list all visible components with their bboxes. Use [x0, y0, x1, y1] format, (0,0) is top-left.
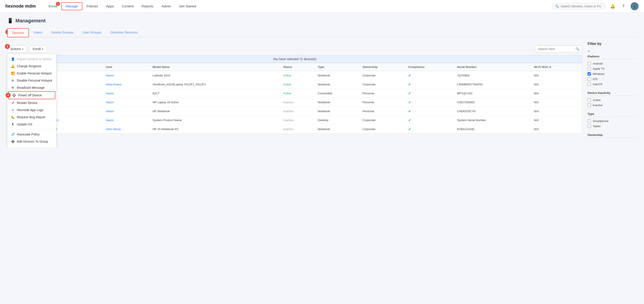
dropdown-power-off[interactable]: 4 ⏻ Power off Device [8, 91, 55, 99]
filter-item[interactable]: Tablet [588, 124, 637, 129]
tab-user-groups[interactable]: User Groups [78, 28, 106, 37]
row-type: Notebook [315, 98, 360, 107]
filter-checkbox[interactable] [588, 104, 591, 107]
filter-item[interactable]: Android [588, 61, 637, 66]
search-box[interactable]: 🔍 [535, 46, 582, 52]
filter-item[interactable]: Inactive [588, 103, 637, 108]
row-type: Convertible [315, 89, 360, 98]
nav-item-admin[interactable]: Admin [158, 0, 175, 12]
dropdown-request-bug-report[interactable]: 🐛 Request Bug Report [8, 114, 56, 121]
row-user[interactable]: Alma Evans [103, 80, 150, 89]
tab-devices[interactable]: Devices [7, 28, 29, 37]
filter-checkbox[interactable] [588, 62, 591, 65]
col-status[interactable]: Status [280, 63, 315, 71]
row-status: Inactive [280, 116, 315, 125]
nav-search-box[interactable]: 🔍 [552, 3, 606, 10]
filter-section-title: Ownership [588, 133, 637, 138]
nav-items: Enroll 1 Manage Policies Apps Content Re… [45, 0, 200, 12]
row-serial: 5CB4110JH0 [454, 125, 531, 134]
content-area: 3 Actions ▾ 👤 Import contacts to device … [7, 42, 637, 142]
row-user[interactable]: Aaron [103, 116, 150, 125]
nav-item-manage[interactable]: Manage [61, 2, 82, 10]
notification-icon[interactable]: 🔔 [609, 3, 616, 10]
search-input[interactable] [538, 47, 574, 51]
row-status: Active [280, 71, 315, 80]
dropdown-add-devices-to-group[interactable]: ➕ Add Devices To Group [8, 138, 56, 145]
filter-section: Device Inactivity Active Inactive [588, 91, 637, 108]
row-type: Notebook [315, 107, 360, 116]
nav-item-enroll[interactable]: Enroll 1 [45, 0, 61, 12]
filter-edit-icon[interactable]: ✏ [588, 49, 637, 53]
dropdown-update-os[interactable]: ⬆ Update OS [8, 121, 56, 128]
dropdown-disable-hotspot[interactable]: ⊘ Disable Personal Hotspot [8, 77, 56, 84]
col-wifi[interactable]: Wi-Fi MAC A [531, 63, 582, 71]
filter-item[interactable]: macOS [588, 82, 637, 87]
actions-bar: 3 Actions ▾ 👤 Import contacts to device … [7, 45, 582, 52]
enroll-button[interactable]: Enroll ▾ [29, 45, 46, 52]
nav-item-apps[interactable]: Apps [102, 0, 118, 12]
dropdown-broadcast-message[interactable]: ✉ Broadcast Message [8, 84, 56, 91]
row-ownership: Corporate [360, 125, 406, 134]
row-ownership: Personal [360, 107, 406, 116]
row-user[interactable]: Aaron [103, 98, 150, 107]
main-content: 📱 Management 2 Devices Users Device Grou… [0, 12, 644, 148]
col-serial[interactable]: Serial Number [454, 63, 531, 71]
col-model-name[interactable]: Model Name [150, 63, 280, 71]
nav-item-policies[interactable]: Policies [82, 0, 102, 12]
row-model: 81CT [150, 89, 280, 98]
row-user[interactable]: Aaron [103, 71, 150, 80]
dropdown-enable-hotspot[interactable]: 📶 Enable Personal Hotspot [8, 70, 56, 77]
filter-item[interactable]: Apple TV [588, 66, 637, 71]
compliance-check-icon: ✔ [408, 118, 411, 122]
tab-directory-services[interactable]: Directory Services [106, 28, 142, 37]
dropdown-hexnode-app-logs[interactable]: ≡ Hexnode App Logs [8, 106, 56, 114]
step-badge-3: 3 [5, 44, 10, 49]
row-wifi: N/A [531, 80, 582, 89]
step-badge-4: 4 [6, 93, 10, 98]
col-type[interactable]: Type [315, 63, 360, 71]
filter-item[interactable]: Smartphone [588, 119, 637, 124]
filter-checkbox[interactable] [588, 98, 591, 102]
row-user[interactable]: Aaron [103, 107, 150, 116]
tab-device-groups[interactable]: Device Groups [47, 28, 78, 37]
filter-checkbox[interactable] [588, 77, 591, 81]
broadcast-message-icon: ✉ [11, 86, 14, 89]
actions-button[interactable]: Actions ▾ [7, 45, 27, 52]
row-ownership: Corporate [360, 71, 406, 80]
tab-users[interactable]: Users [29, 28, 46, 37]
nav-item-reports[interactable]: Reports [138, 0, 158, 12]
col-user[interactable]: User [103, 63, 150, 71]
filter-item[interactable]: iOS [588, 76, 637, 82]
row-serial: L5N0B600778420G [454, 80, 531, 89]
row-wifi: N/A [531, 89, 582, 98]
nav-search-input[interactable] [561, 4, 601, 8]
nav-item-content[interactable]: Content [118, 0, 138, 12]
table-row: Aaron HP Notebook Inactive Notebook Pers… [8, 107, 582, 116]
row-compliance: ✔ [406, 107, 454, 116]
row-user[interactable]: John Henry [103, 125, 150, 134]
col-compliance[interactable]: Compliance [406, 63, 454, 71]
row-wifi: N/A [531, 116, 582, 125]
table-row: Aaron Latitude 3410 Active Notebook Corp… [8, 71, 582, 80]
filter-item[interactable]: Active [588, 97, 637, 103]
nav-item-get-started[interactable]: Get Started [175, 0, 200, 12]
page-title: 📱 Management [7, 18, 637, 24]
dropdown-associate-policy[interactable]: 🔗 Associate Policy [8, 131, 56, 138]
filter-item[interactable]: Windows [588, 71, 637, 76]
enable-hotspot-icon: 📶 [11, 72, 14, 75]
filter-checkbox[interactable] [588, 67, 591, 70]
row-user[interactable]: Aaron [103, 89, 150, 98]
dropdown-import-contacts: 👤 Import contacts to device [8, 55, 56, 63]
filter-item-label: macOS [593, 82, 602, 86]
filter-checkbox[interactable] [588, 119, 591, 123]
col-ownership[interactable]: Ownership [360, 63, 406, 71]
dropdown-change-ringtone[interactable]: 🔔 Change Ringtone [8, 63, 56, 70]
filter-checkbox[interactable] [588, 82, 591, 86]
help-icon[interactable]: ? [620, 3, 627, 10]
filter-checkbox[interactable] [588, 72, 591, 76]
filter-checkbox[interactable] [588, 125, 591, 128]
filter-item-label: iOS [593, 77, 598, 81]
avatar[interactable]: 👤 [630, 2, 639, 10]
dropdown-restart-device[interactable]: ↺ Restart Device [8, 99, 56, 106]
row-model: HP Notebook [150, 107, 280, 116]
